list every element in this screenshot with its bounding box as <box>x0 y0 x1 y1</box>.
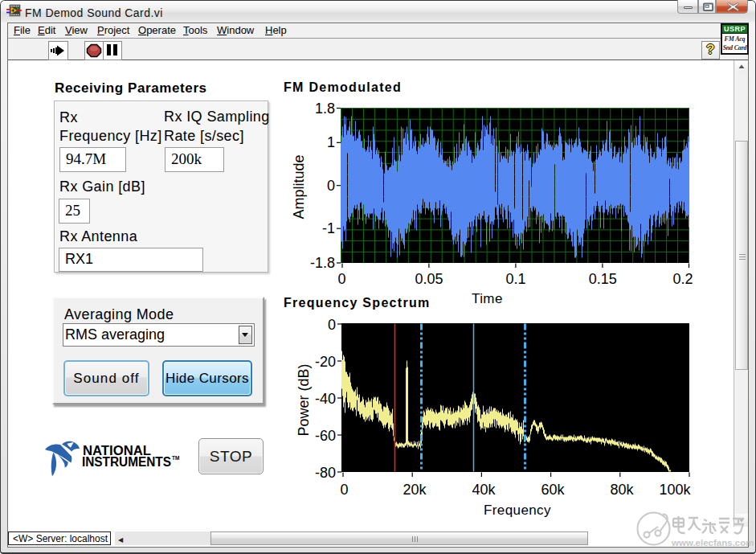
svg-text:1.8: 1.8 <box>315 101 335 117</box>
svg-text:-80: -80 <box>315 465 336 481</box>
svg-text:40k: 40k <box>472 482 496 498</box>
svg-text:-60: -60 <box>315 428 336 444</box>
svg-text:0: 0 <box>327 178 335 194</box>
svg-text:1: 1 <box>327 134 335 150</box>
svg-text:TM: TM <box>172 455 179 461</box>
svg-text:0: 0 <box>340 482 348 498</box>
svg-text:0.05: 0.05 <box>415 271 443 287</box>
svg-text:INSTRUMENTS: INSTRUMENTS <box>82 455 171 469</box>
svg-text:80k: 80k <box>610 482 634 498</box>
svg-text:100k: 100k <box>659 482 691 498</box>
svg-text:0.2: 0.2 <box>672 271 693 287</box>
svg-text:-20: -20 <box>315 354 336 370</box>
svg-text:0.1: 0.1 <box>505 271 525 287</box>
svg-text:www.elecfans.com: www.elecfans.com <box>671 538 754 548</box>
svg-text:-40: -40 <box>315 391 336 407</box>
svg-text:20k: 20k <box>403 482 427 498</box>
svg-text:-1: -1 <box>322 220 335 236</box>
svg-text:0: 0 <box>328 317 336 333</box>
svg-text:0.15: 0.15 <box>589 271 617 287</box>
svg-text:60k: 60k <box>541 482 565 498</box>
svg-text:0: 0 <box>337 271 345 287</box>
svg-text:-1.8: -1.8 <box>310 255 335 271</box>
